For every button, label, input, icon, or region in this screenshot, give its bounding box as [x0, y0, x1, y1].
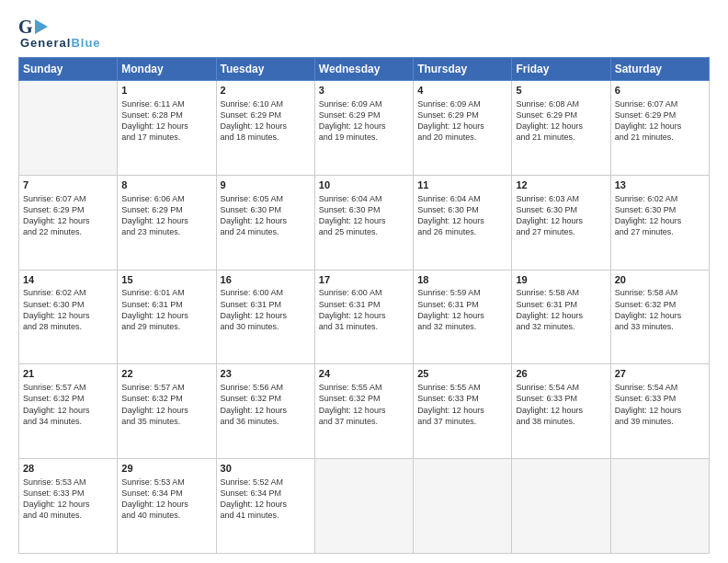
- day-number: 22: [121, 367, 211, 381]
- calendar-cell: 3Sunrise: 6:09 AMSunset: 6:29 PMDaylight…: [314, 81, 413, 176]
- calendar-cell: 23Sunrise: 5:56 AMSunset: 6:32 PMDayligh…: [216, 364, 314, 459]
- calendar-table: SundayMondayTuesdayWednesdayThursdayFrid…: [18, 57, 710, 554]
- day-number: 24: [319, 367, 409, 381]
- day-number: 17: [319, 273, 409, 287]
- day-number: 15: [121, 273, 211, 287]
- day-number: 27: [615, 367, 705, 381]
- weekday-header-tuesday: Tuesday: [216, 58, 314, 81]
- day-info: Sunrise: 6:02 AMSunset: 6:30 PMDaylight:…: [23, 287, 113, 332]
- day-number: 29: [121, 462, 211, 476]
- day-number: 30: [221, 462, 311, 476]
- day-info: Sunrise: 5:58 AMSunset: 6:31 PMDaylight:…: [516, 287, 606, 332]
- day-number: 10: [319, 178, 409, 192]
- day-info: Sunrise: 6:06 AMSunset: 6:29 PMDaylight:…: [121, 193, 211, 238]
- calendar-cell: 15Sunrise: 6:01 AMSunset: 6:31 PMDayligh…: [118, 270, 216, 364]
- day-info: Sunrise: 6:02 AMSunset: 6:30 PMDaylight:…: [615, 193, 705, 238]
- calendar-cell: 13Sunrise: 6:02 AMSunset: 6:30 PMDayligh…: [610, 175, 709, 270]
- calendar-cell: [512, 459, 610, 554]
- day-info: Sunrise: 5:52 AMSunset: 6:34 PMDaylight:…: [221, 477, 311, 522]
- day-info: Sunrise: 6:10 AMSunset: 6:29 PMDaylight:…: [221, 98, 311, 144]
- day-number: 18: [417, 273, 507, 287]
- day-number: 23: [221, 367, 311, 381]
- calendar-cell: 21Sunrise: 5:57 AMSunset: 6:32 PMDayligh…: [19, 364, 118, 459]
- day-info: Sunrise: 6:11 AMSunset: 6:28 PMDaylight:…: [121, 98, 211, 144]
- day-number: 6: [615, 84, 705, 98]
- day-info: Sunrise: 5:55 AMSunset: 6:33 PMDaylight:…: [417, 382, 507, 427]
- day-number: 5: [516, 84, 606, 98]
- day-info: Sunrise: 6:00 AMSunset: 6:31 PMDaylight:…: [221, 287, 311, 332]
- day-number: 8: [121, 178, 211, 192]
- calendar-week-2: 7Sunrise: 6:07 AMSunset: 6:29 PMDaylight…: [19, 175, 710, 270]
- day-info: Sunrise: 5:53 AMSunset: 6:34 PMDaylight:…: [121, 477, 211, 522]
- header: G GeneralBlue: [18, 17, 710, 50]
- calendar-cell: 18Sunrise: 5:59 AMSunset: 6:31 PMDayligh…: [414, 270, 512, 364]
- weekday-header-sunday: Sunday: [19, 58, 118, 81]
- day-info: Sunrise: 5:53 AMSunset: 6:33 PMDaylight:…: [23, 477, 113, 522]
- day-info: Sunrise: 6:09 AMSunset: 6:29 PMDaylight:…: [417, 98, 507, 144]
- calendar-cell: [19, 81, 118, 176]
- calendar-cell: 11Sunrise: 6:04 AMSunset: 6:30 PMDayligh…: [414, 175, 512, 270]
- day-number: 7: [23, 178, 113, 192]
- weekday-header-friday: Friday: [512, 58, 610, 81]
- logo-arrow-icon: [35, 19, 48, 34]
- day-number: 28: [23, 462, 113, 476]
- day-info: Sunrise: 6:01 AMSunset: 6:31 PMDaylight:…: [121, 287, 211, 332]
- calendar-cell: 2Sunrise: 6:10 AMSunset: 6:29 PMDaylight…: [216, 81, 314, 176]
- calendar-cell: 12Sunrise: 6:03 AMSunset: 6:30 PMDayligh…: [512, 175, 610, 270]
- day-info: Sunrise: 6:09 AMSunset: 6:29 PMDaylight:…: [319, 98, 409, 144]
- calendar-cell: [414, 459, 512, 554]
- calendar-cell: 17Sunrise: 6:00 AMSunset: 6:31 PMDayligh…: [314, 270, 413, 364]
- calendar-cell: 14Sunrise: 6:02 AMSunset: 6:30 PMDayligh…: [19, 270, 118, 364]
- calendar-cell: [314, 459, 413, 554]
- weekday-header-wednesday: Wednesday: [314, 58, 413, 81]
- weekday-header-monday: Monday: [118, 58, 216, 81]
- calendar-cell: 19Sunrise: 5:58 AMSunset: 6:31 PMDayligh…: [512, 270, 610, 364]
- day-number: 21: [23, 367, 113, 381]
- logo: G GeneralBlue: [18, 17, 101, 50]
- day-number: 13: [615, 178, 705, 192]
- day-info: Sunrise: 6:08 AMSunset: 6:29 PMDaylight:…: [516, 98, 606, 144]
- day-number: 9: [221, 178, 311, 192]
- day-number: 26: [516, 367, 606, 381]
- calendar-cell: 7Sunrise: 6:07 AMSunset: 6:29 PMDaylight…: [19, 175, 118, 270]
- day-number: 3: [319, 84, 409, 98]
- calendar-cell: 5Sunrise: 6:08 AMSunset: 6:29 PMDaylight…: [512, 81, 610, 176]
- day-number: 4: [417, 84, 507, 98]
- day-info: Sunrise: 6:05 AMSunset: 6:30 PMDaylight:…: [221, 193, 311, 238]
- calendar-cell: 4Sunrise: 6:09 AMSunset: 6:29 PMDaylight…: [414, 81, 512, 176]
- calendar-cell: 25Sunrise: 5:55 AMSunset: 6:33 PMDayligh…: [414, 364, 512, 459]
- day-info: Sunrise: 5:58 AMSunset: 6:32 PMDaylight:…: [615, 287, 705, 332]
- page: G GeneralBlue SundayMondayTuesdayWednesd…: [0, 0, 728, 563]
- day-info: Sunrise: 6:04 AMSunset: 6:30 PMDaylight:…: [417, 193, 507, 238]
- weekday-header-saturday: Saturday: [610, 58, 709, 81]
- calendar-cell: 22Sunrise: 5:57 AMSunset: 6:32 PMDayligh…: [118, 364, 216, 459]
- calendar-cell: 20Sunrise: 5:58 AMSunset: 6:32 PMDayligh…: [610, 270, 709, 364]
- day-number: 20: [615, 273, 705, 287]
- day-info: Sunrise: 5:54 AMSunset: 6:33 PMDaylight:…: [615, 382, 705, 427]
- calendar-cell: 16Sunrise: 6:00 AMSunset: 6:31 PMDayligh…: [216, 270, 314, 364]
- calendar-cell: 26Sunrise: 5:54 AMSunset: 6:33 PMDayligh…: [512, 364, 610, 459]
- calendar-week-5: 28Sunrise: 5:53 AMSunset: 6:33 PMDayligh…: [19, 459, 710, 554]
- day-info: Sunrise: 5:55 AMSunset: 6:32 PMDaylight:…: [319, 382, 409, 427]
- day-info: Sunrise: 6:07 AMSunset: 6:29 PMDaylight:…: [23, 193, 113, 238]
- calendar-cell: 6Sunrise: 6:07 AMSunset: 6:29 PMDaylight…: [610, 81, 709, 176]
- calendar-cell: 1Sunrise: 6:11 AMSunset: 6:28 PMDaylight…: [118, 81, 216, 176]
- calendar-cell: 8Sunrise: 6:06 AMSunset: 6:29 PMDaylight…: [118, 175, 216, 270]
- day-number: 2: [221, 84, 311, 98]
- calendar-cell: 27Sunrise: 5:54 AMSunset: 6:33 PMDayligh…: [610, 364, 709, 459]
- day-info: Sunrise: 6:04 AMSunset: 6:30 PMDaylight:…: [319, 193, 409, 238]
- day-info: Sunrise: 5:54 AMSunset: 6:33 PMDaylight:…: [516, 382, 606, 427]
- day-info: Sunrise: 5:57 AMSunset: 6:32 PMDaylight:…: [121, 382, 211, 427]
- calendar-week-3: 14Sunrise: 6:02 AMSunset: 6:30 PMDayligh…: [19, 270, 710, 364]
- calendar-week-4: 21Sunrise: 5:57 AMSunset: 6:32 PMDayligh…: [19, 364, 710, 459]
- weekday-header-row: SundayMondayTuesdayWednesdayThursdayFrid…: [19, 58, 710, 81]
- day-number: 11: [417, 178, 507, 192]
- day-number: 19: [516, 273, 606, 287]
- calendar-cell: 29Sunrise: 5:53 AMSunset: 6:34 PMDayligh…: [118, 459, 216, 554]
- day-number: 12: [516, 178, 606, 192]
- day-number: 1: [121, 84, 211, 98]
- day-info: Sunrise: 6:07 AMSunset: 6:29 PMDaylight:…: [615, 98, 705, 144]
- logo-g: G: [18, 17, 33, 38]
- calendar-cell: 30Sunrise: 5:52 AMSunset: 6:34 PMDayligh…: [216, 459, 314, 554]
- calendar-cell: 24Sunrise: 5:55 AMSunset: 6:32 PMDayligh…: [314, 364, 413, 459]
